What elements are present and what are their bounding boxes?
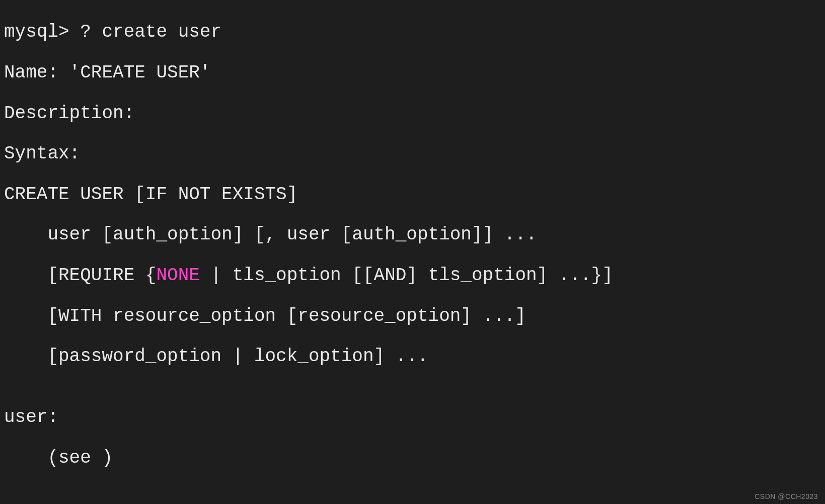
terminal-line: mysql> ? create user (4, 22, 821, 42)
terminal-line: Description: (4, 104, 821, 124)
terminal-line: user [auth_option] [, user [auth_option]… (4, 225, 821, 245)
highlight-keyword: NONE (156, 265, 199, 286)
terminal-line: (see ) (4, 448, 821, 468)
terminal-line: [WITH resource_option [resource_option] … (4, 306, 821, 326)
line-segment: | tls_option [[AND] tls_option] ...}] (200, 265, 613, 286)
terminal-line: Name: 'CREATE USER' (4, 63, 821, 83)
terminal-line: CREATE USER [IF NOT EXISTS] (4, 185, 821, 205)
terminal-line: [REQUIRE {NONE | tls_option [[AND] tls_o… (4, 266, 821, 286)
terminal-line: Syntax: (4, 144, 821, 164)
watermark-text: CSDN @CCH2023 (755, 493, 818, 501)
terminal-line: user: (4, 407, 821, 428)
terminal-output: mysql> ? create user Name: 'CREATE USER'… (0, 0, 825, 504)
terminal-line: [password_option | lock_option] ... (4, 347, 821, 367)
line-segment: [REQUIRE { (4, 265, 156, 286)
